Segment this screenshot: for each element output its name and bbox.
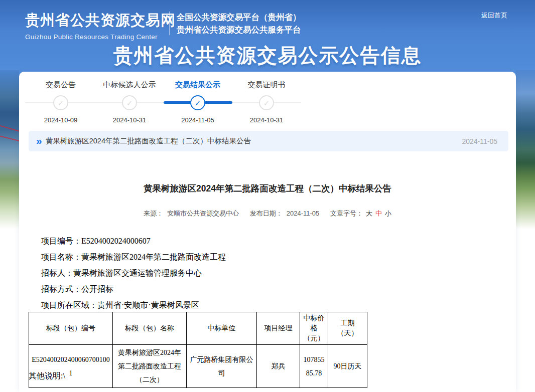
source-label: 来源： — [144, 210, 163, 217]
table-data-row: E5204002024000607001001 黄果树旅游区2024年第二批路面… — [29, 345, 367, 388]
step-date: 2024-10-31 — [94, 116, 165, 124]
step-trade-certificate[interactable]: 交易证明书 ✓ 2024-10-31 — [231, 76, 302, 124]
check-icon: ✓ — [58, 99, 64, 107]
font-size-label: 文章字号： — [330, 210, 363, 217]
site-title-english: Guizhou Public Resources Trading Center — [25, 33, 176, 41]
return-home-link[interactable]: 返回首页 — [481, 11, 507, 20]
step-check-circle: ✓ — [259, 95, 274, 110]
publish-date-label: 发布日期： — [250, 210, 283, 217]
check-icon: ✓ — [263, 99, 270, 107]
field-tender-method: 招标方式：公开招标 — [41, 281, 226, 297]
notice-date: 2024-11-05 — [462, 137, 497, 145]
font-size-large-button[interactable]: 大 — [366, 210, 372, 217]
field-tenderee: 招标人：黄果树旅游区交通运输管理服务中心 — [41, 265, 226, 281]
cell-duration: 90日历天 — [328, 345, 367, 388]
platform-line-1: 全国公共资源交易平台（贵州省） — [177, 11, 301, 24]
source-value: 安顺市公共资源交易中心 — [167, 210, 239, 217]
field-project-name: 项目名称：黄果树旅游区2024年第二批路面改造工程 — [41, 249, 226, 265]
table-header-row: 标段（包）编号 标段（包）名称 中标单位 项目经理 中标价格（元） 工期（天） — [29, 312, 367, 345]
project-fields: 项目编号：E5204002024000607 项目名称：黄果树旅游区2024年第… — [41, 233, 226, 313]
header-bid-price: 中标价格（元） — [300, 312, 328, 345]
cell-project-manager: 郑兵 — [257, 345, 300, 388]
check-icon: ✓ — [126, 99, 133, 107]
cell-winning-bidder: 广元路桥集团有限公司 — [187, 345, 257, 388]
content-card: 交易公告 ✓ 2024-10-09 中标候选人公示 ✓ 2024-10-31 交… — [19, 72, 516, 392]
double-chevron-icon: » — [36, 135, 41, 147]
header-winning-bidder: 中标单位 — [187, 312, 257, 345]
progress-steps: 交易公告 ✓ 2024-10-09 中标候选人公示 ✓ 2024-10-31 交… — [19, 76, 330, 131]
platform-line-2: 贵州省公共资源交易公共服务平台 — [177, 24, 301, 36]
header-divider — [169, 12, 170, 35]
notice-row[interactable]: » 黄果树旅游区2024年第二批路面改造工程（二次）中标结果公告 2024-11… — [29, 131, 508, 151]
site-logo[interactable]: 贵州省公共资源交易网 Guizhou Public Resources Trad… — [25, 11, 176, 41]
left-photo-strip — [0, 70, 19, 236]
field-project-region: 项目所在区域：贵州省·安顺市·黄果树风景区 — [41, 297, 226, 313]
step-candidate-publicity[interactable]: 中标候选人公示 ✓ 2024-10-31 — [94, 76, 165, 124]
header-duration: 工期（天） — [328, 312, 367, 345]
step-trade-announcement[interactable]: 交易公告 ✓ 2024-10-09 — [26, 76, 96, 124]
bid-result-table: 标段（包）编号 标段（包）名称 中标单位 项目经理 中标价格（元） 工期（天） … — [29, 312, 367, 388]
font-size-small-button[interactable]: 小 — [385, 210, 391, 217]
publish-date-value: 2024-11-05 — [287, 210, 320, 217]
other-note: 其他说明:\ — [29, 371, 65, 381]
right-photo-strip — [516, 70, 535, 236]
step-check-circle: ✓ — [190, 95, 205, 110]
cell-section-name: 黄果树旅游区2024年第二批路面改造工程（二次） — [113, 345, 187, 388]
step-date: 2024-10-31 — [231, 116, 302, 124]
step-date: 2024-10-09 — [26, 116, 96, 124]
site-header: 贵州省公共资源交易网 Guizhou Public Resources Trad… — [0, 0, 535, 72]
step-label[interactable]: 交易公告 — [26, 80, 96, 90]
step-label[interactable]: 交易结果公示 — [163, 80, 233, 90]
header-section-number: 标段（包）编号 — [29, 312, 113, 345]
step-label[interactable]: 中标候选人公示 — [94, 80, 165, 90]
check-icon: ✓ — [195, 99, 201, 107]
notice-title[interactable]: 黄果树旅游区2024年第二批路面改造工程（二次）中标结果公告 — [46, 136, 462, 146]
article-meta: 来源：安顺市公共资源交易中心 发布日期：2024-11-05 文章字号：大中小 — [19, 209, 516, 218]
step-label[interactable]: 交易证明书 — [231, 80, 302, 90]
header-project-manager: 项目经理 — [257, 312, 300, 345]
header-section-name: 标段（包）名称 — [113, 312, 187, 345]
field-project-number: 项目编号：E5204002024000607 — [41, 233, 226, 249]
platform-names: 全国公共资源交易平台（贵州省） 贵州省公共资源交易公共服务平台 — [177, 11, 301, 36]
step-trade-result[interactable]: 交易结果公示 ✓ 2024-11-05 — [163, 76, 233, 124]
page-title: 贵州省公共资源交易公示公告信息 — [0, 42, 535, 69]
article-title: 黄果树旅游区2024年第二批路面改造工程（二次）中标结果公告 — [19, 182, 516, 194]
step-date: 2024-11-05 — [163, 116, 233, 124]
cell-bid-price: 10785585.78 — [300, 345, 328, 388]
font-size-medium-button[interactable]: 中 — [375, 210, 382, 217]
site-title: 贵州省公共资源交易网 — [25, 11, 176, 31]
step-check-circle: ✓ — [53, 95, 68, 110]
step-check-circle: ✓ — [122, 95, 137, 110]
